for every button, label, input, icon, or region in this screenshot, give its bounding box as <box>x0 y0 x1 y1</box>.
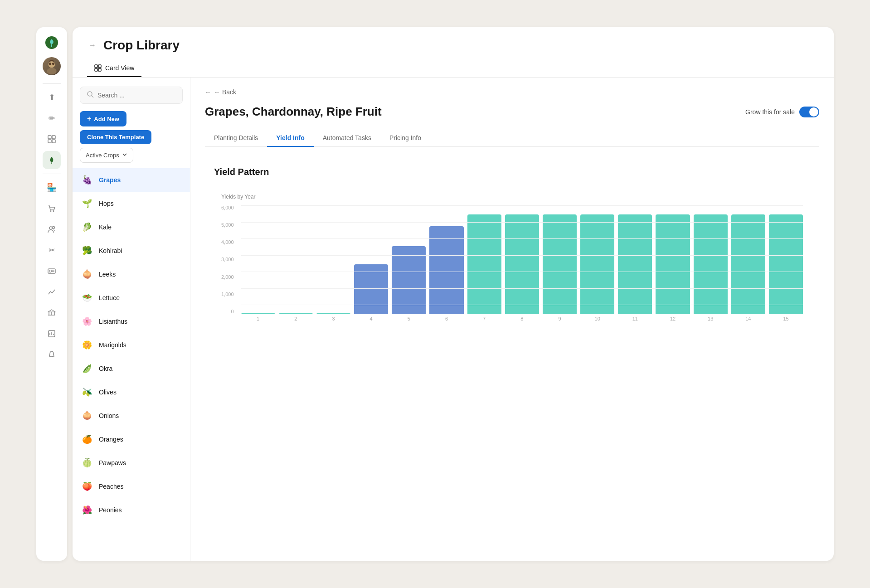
main-header: → Crop Library Card View <box>73 27 834 78</box>
grow-for-sale-toggle[interactable] <box>799 107 819 117</box>
svg-point-12 <box>53 227 55 229</box>
tab-card-view[interactable]: Card View <box>87 60 141 77</box>
chart-bar <box>354 264 388 314</box>
sidebar-divider-2 <box>43 174 61 174</box>
y-axis-label: 3,000 <box>221 257 234 262</box>
chart-line-icon[interactable] <box>43 283 61 301</box>
cart-icon[interactable] <box>43 199 61 218</box>
crop-icon: 🌺 <box>80 503 94 517</box>
page-title: Crop Library <box>103 38 180 53</box>
svg-rect-29 <box>98 68 101 71</box>
crop-list-panel: + Add New Clone This Template Active Cro… <box>73 78 190 561</box>
people-icon[interactable] <box>43 220 61 238</box>
search-icon <box>87 91 94 100</box>
svg-rect-8 <box>52 140 55 143</box>
search-input[interactable] <box>97 92 176 99</box>
crop-list-item[interactable]: 🍊 Oranges <box>73 428 190 451</box>
chart-bar <box>769 214 803 314</box>
detail-tab-planting-details[interactable]: Planting Details <box>205 130 267 147</box>
store-icon[interactable]: 🏪 <box>43 179 61 197</box>
crop-list-item[interactable]: 🧅 Leeks <box>73 262 190 286</box>
detail-tab-automated-tasks[interactable]: Automated Tasks <box>314 130 380 147</box>
card-view-label: Card View <box>105 64 134 72</box>
chart-bar <box>316 313 350 314</box>
id-card-icon[interactable] <box>43 262 61 280</box>
x-axis-label: 13 <box>694 316 728 321</box>
bar-column <box>505 214 539 314</box>
crop-icon: 🥬 <box>80 220 94 234</box>
crop-item-name: Leeks <box>99 271 116 278</box>
crop-list-item[interactable]: 🍑 Peaches <box>73 475 190 498</box>
crop-icon: 🧅 <box>80 267 94 282</box>
view-tabs: Card View <box>87 60 819 77</box>
card-view-icon <box>94 64 102 72</box>
crop-icon: 🍇 <box>80 173 94 187</box>
y-axis-label: 0 <box>221 309 234 314</box>
active-crops-filter[interactable]: Active Crops <box>80 148 133 163</box>
crop-list-item[interactable]: 🌺 Peonies <box>73 498 190 522</box>
app-logo <box>44 34 60 51</box>
grid-icon[interactable] <box>43 130 61 148</box>
chart-bar <box>241 313 275 314</box>
add-new-button[interactable]: + Add New <box>80 111 126 126</box>
back-button[interactable]: ← ← Back <box>205 88 819 96</box>
svg-rect-5 <box>48 136 51 139</box>
bar-column <box>580 214 614 314</box>
bars-wrapper <box>241 205 803 314</box>
crop-icon: 🍑 <box>80 479 94 494</box>
crop-item-name: Marigolds <box>99 341 126 349</box>
crop-list-item[interactable]: 🌼 Marigolds <box>73 333 190 357</box>
crop-list-item[interactable]: 🫛 Okra <box>73 357 190 380</box>
chart-bar <box>279 313 313 314</box>
crop-detail-title: Grapes, Chardonnay, Ripe Fruit <box>205 105 382 119</box>
y-axis-label: 5,000 <box>221 223 234 228</box>
chart-bar <box>505 214 539 314</box>
crop-list-item[interactable]: 🌱 Hops <box>73 192 190 215</box>
crop-list-item[interactable]: 🧅 Onions <box>73 404 190 428</box>
upload-icon[interactable]: ⬆ <box>43 88 61 107</box>
crop-list-item[interactable]: 🌸 Lisianthus <box>73 310 190 333</box>
crop-icon: 🍊 <box>80 432 94 447</box>
edit-icon[interactable]: ✏ <box>43 109 61 127</box>
reports-icon[interactable] <box>43 325 61 343</box>
chart-label: Yields by Year <box>221 194 803 200</box>
crop-item-name: Grapes <box>99 176 121 184</box>
x-axis-label: 1 <box>241 316 275 321</box>
detail-tab-pricing-info[interactable]: Pricing Info <box>380 130 430 147</box>
x-axis-label: 12 <box>656 316 690 321</box>
crop-list-item[interactable]: 🥬 Kale <box>73 215 190 239</box>
svg-rect-27 <box>98 65 101 68</box>
content-area: + Add New Clone This Template Active Cro… <box>73 78 834 561</box>
bell-icon[interactable] <box>43 345 61 364</box>
crop-item-name: Kohlrabi <box>99 247 122 254</box>
scissors-icon[interactable]: ✂ <box>43 241 61 259</box>
leaf-nav-icon[interactable] <box>43 151 61 169</box>
crop-list-item[interactable]: 🥦 Kohlrabi <box>73 239 190 262</box>
x-axis-label: 4 <box>354 316 388 321</box>
bank-icon[interactable] <box>43 304 61 322</box>
sidebar-divider-1 <box>43 83 61 84</box>
svg-marker-17 <box>48 310 55 312</box>
crop-list-toolbar: + Add New Clone This Template Active Cro… <box>73 81 190 168</box>
crop-icon: 🍈 <box>80 456 94 470</box>
user-avatar[interactable] <box>43 57 61 75</box>
collapse-sidebar-icon[interactable]: → <box>87 39 98 51</box>
clone-template-label: Clone This Template <box>87 134 144 141</box>
x-axis-label: 14 <box>731 316 765 321</box>
x-axis-label: 15 <box>769 316 803 321</box>
detail-tab-yield-info[interactable]: Yield Info <box>267 130 313 147</box>
y-axis-label: 4,000 <box>221 240 234 245</box>
bar-column <box>467 214 501 314</box>
main-panel: → Crop Library Card View <box>73 27 834 561</box>
crop-list-item[interactable]: 🫒 Olives <box>73 380 190 404</box>
svg-rect-7 <box>48 140 51 143</box>
crop-list-item[interactable]: 🍇 Grapes <box>73 168 190 192</box>
crop-item-name: Olives <box>99 389 117 396</box>
crop-list-item[interactable]: 🥗 Lettuce <box>73 286 190 310</box>
clone-template-button[interactable]: Clone This Template <box>80 130 151 144</box>
x-axis-label: 6 <box>429 316 463 321</box>
crop-list-item[interactable]: 🍈 Pawpaws <box>73 451 190 475</box>
svg-rect-6 <box>52 136 55 139</box>
x-axis-label: 7 <box>467 316 501 321</box>
crop-icon: 🌱 <box>80 196 94 211</box>
